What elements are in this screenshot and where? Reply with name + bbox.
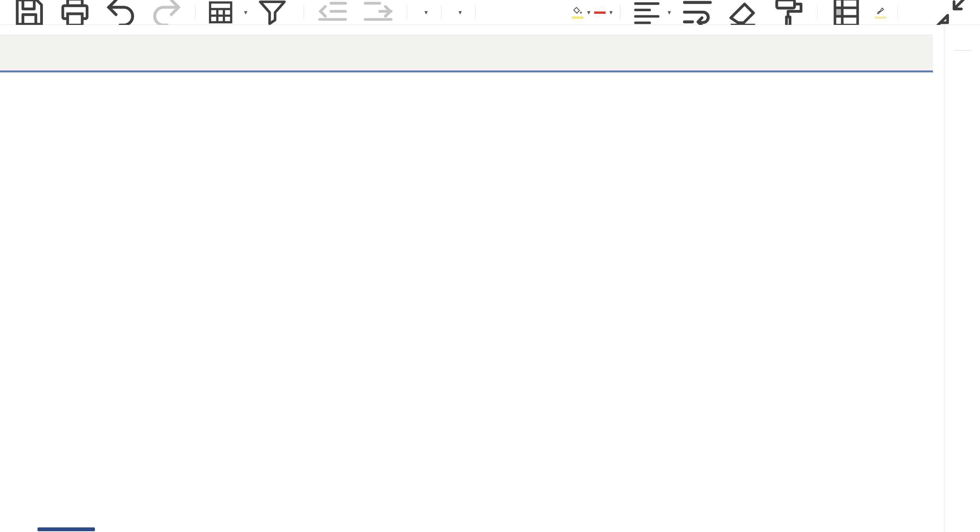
right-sidebar	[944, 25, 980, 532]
sheet-grid	[0, 25, 944, 532]
chevron-down-icon: ▾	[244, 8, 248, 16]
chevron-down-icon: ▾	[587, 8, 591, 16]
horizontal-scrollbar-thumb[interactable]	[38, 527, 95, 531]
font-family-select[interactable]: ▾	[414, 2, 434, 22]
toolbar-separator	[304, 5, 304, 20]
main-area	[0, 25, 980, 532]
highlighter-icon	[875, 6, 886, 16]
filter-button[interactable]	[252, 2, 297, 22]
strikethrough-button[interactable]	[549, 2, 569, 22]
redo-button[interactable]	[145, 2, 188, 22]
undo-button[interactable]	[99, 2, 142, 22]
highlight-swatch	[875, 16, 886, 19]
toolbar-separator	[407, 5, 407, 20]
toolbar-separator	[195, 5, 196, 20]
banding-button[interactable]	[825, 2, 868, 22]
toolbar: ▾ ▾ ▾ ▾ ▾ ▾	[0, 0, 980, 25]
text-color-swatch	[594, 11, 606, 14]
indent-button[interactable]	[356, 2, 400, 22]
chevron-down-icon: ▾	[668, 8, 671, 16]
print-button[interactable]	[53, 2, 96, 22]
chevron-down-icon: ▾	[425, 8, 428, 16]
fill-color-button[interactable]: ▾	[571, 2, 591, 22]
view-selector[interactable]: ▾	[203, 2, 250, 22]
collapse-toolbar-button[interactable]	[929, 2, 972, 22]
toolbar-separator	[441, 5, 441, 20]
italic-button[interactable]	[505, 2, 524, 22]
fill-color-swatch	[572, 16, 583, 19]
text-color-button[interactable]: ▾	[593, 2, 613, 22]
chevron-down-icon: ▾	[609, 8, 613, 16]
outdent-button[interactable]	[311, 2, 354, 22]
frozen-row-indicator	[0, 70, 933, 72]
wrap-text-button[interactable]	[676, 2, 719, 22]
highlight-changes-button[interactable]	[871, 2, 890, 22]
more-options-button[interactable]	[905, 2, 924, 22]
fill-bucket-icon	[572, 6, 583, 16]
format-painter-button[interactable]	[767, 2, 810, 22]
toolbar-separator	[475, 5, 475, 20]
bold-button[interactable]	[482, 2, 502, 22]
clear-format-button[interactable]	[721, 2, 764, 22]
toolbar-separator	[897, 5, 898, 20]
underline-button[interactable]	[527, 2, 547, 22]
grid-header	[0, 34, 933, 70]
toolbar-separator	[817, 5, 818, 20]
align-button[interactable]: ▾	[627, 2, 673, 22]
font-size-select[interactable]: ▾	[448, 2, 468, 22]
grid-clip	[0, 34, 933, 72]
chevron-down-icon: ▾	[459, 8, 462, 16]
grid-view-icon	[205, 0, 237, 28]
toolbar-separator	[620, 5, 621, 20]
sidebar-divider	[954, 50, 971, 51]
save-button[interactable]	[8, 2, 51, 22]
